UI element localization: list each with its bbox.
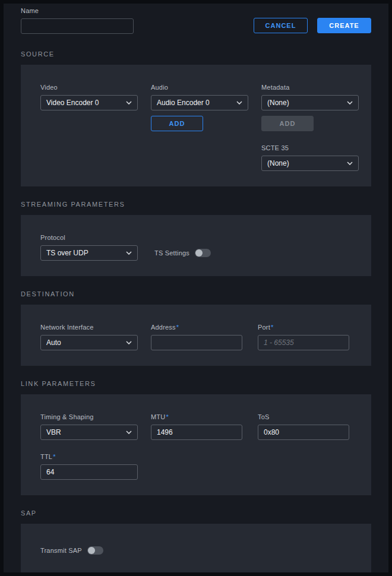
- port-input[interactable]: [258, 335, 349, 350]
- chevron-down-icon: [126, 101, 132, 105]
- chevron-down-icon: [126, 341, 132, 344]
- name-input[interactable]: [21, 18, 134, 34]
- audio-select[interactable]: Audio Encoder 0: [151, 95, 248, 110]
- protocol-label: Protocol: [40, 234, 141, 241]
- mtu-input[interactable]: [151, 425, 242, 440]
- streaming-panel: Protocol TS over UDP TS Settings: [21, 215, 371, 276]
- link-parameters-row-2: TTL*: [40, 453, 352, 480]
- timing-shaping-select[interactable]: VBR: [40, 425, 138, 440]
- tos-input[interactable]: [258, 425, 349, 440]
- ts-settings-label: TS Settings: [154, 249, 189, 257]
- toggle-knob: [88, 547, 95, 554]
- mtu-field-group: MTU*: [151, 413, 245, 440]
- source-row: Video Video Encoder 0 Audio Audio Encode…: [40, 84, 352, 171]
- link-parameters-section: LINK PARAMETERS Timing & Shaping VBR MTU…: [21, 380, 371, 495]
- metadata-field-group: Metadata (None) ADD SCTE 35 (None): [261, 84, 359, 171]
- tos-field-group: ToS: [258, 413, 352, 440]
- name-field-group: Name: [21, 7, 134, 34]
- chevron-down-icon: [126, 251, 132, 255]
- form-actions: CANCEL CREATE: [254, 18, 371, 33]
- audio-select-value: Audio Encoder 0: [157, 99, 210, 107]
- streaming-section: STREAMING PARAMETERS Protocol TS over UD…: [21, 201, 371, 276]
- metadata-label: Metadata: [261, 84, 359, 91]
- chevron-down-icon: [236, 101, 242, 105]
- link-parameters-panel: Timing & Shaping VBR MTU* ToS: [21, 394, 371, 495]
- address-input[interactable]: [151, 335, 242, 350]
- network-interface-select[interactable]: Auto: [40, 335, 138, 350]
- port-field-group: Port*: [258, 324, 352, 350]
- toggle-knob: [195, 249, 203, 257]
- ts-settings-group: TS Settings: [154, 245, 255, 261]
- video-select-value: Video Encoder 0: [46, 99, 99, 107]
- create-button[interactable]: CREATE: [317, 18, 371, 33]
- protocol-select-value: TS over UDP: [46, 249, 88, 257]
- timing-shaping-field-group: Timing & Shaping VBR: [40, 413, 138, 440]
- chevron-down-icon: [126, 431, 132, 434]
- video-field-group: Video Video Encoder 0: [40, 84, 138, 171]
- transmit-sap-label: Transmit SAP: [40, 547, 82, 554]
- required-asterisk: *: [176, 324, 179, 331]
- link-parameters-row-1: Timing & Shaping VBR MTU* ToS: [40, 413, 352, 440]
- transmit-sap-group: Transmit SAP: [40, 543, 352, 558]
- form-header: Name CANCEL CREATE: [21, 7, 371, 34]
- transmit-sap-toggle[interactable]: [87, 546, 103, 555]
- timing-shaping-select-value: VBR: [46, 428, 61, 436]
- timing-shaping-label: Timing & Shaping: [40, 413, 138, 420]
- chevron-down-icon: [347, 162, 353, 165]
- scte35-select-value: (None): [267, 159, 289, 167]
- protocol-field-group: Protocol TS over UDP: [40, 234, 141, 261]
- video-select[interactable]: Video Encoder 0: [40, 95, 138, 110]
- network-interface-label: Network Interface: [40, 324, 138, 331]
- streaming-section-title: STREAMING PARAMETERS: [21, 201, 371, 208]
- destination-section-title: DESTINATION: [21, 290, 371, 298]
- link-parameters-section-title: LINK PARAMETERS: [21, 380, 371, 387]
- required-asterisk: *: [166, 413, 168, 420]
- video-label: Video: [40, 84, 138, 91]
- sap-section: SAP Transmit SAP: [21, 509, 371, 572]
- audio-label: Audio: [151, 84, 248, 91]
- scte35-field-group: SCTE 35 (None): [261, 144, 359, 171]
- streaming-row: Protocol TS over UDP TS Settings: [40, 234, 352, 261]
- audio-field-group: Audio Audio Encoder 0 ADD: [151, 84, 248, 171]
- sap-panel: Transmit SAP: [21, 524, 371, 572]
- ttl-input[interactable]: [40, 464, 138, 480]
- source-section-title: SOURCE: [21, 50, 371, 58]
- ts-settings-toggle[interactable]: [195, 249, 211, 257]
- cancel-button[interactable]: CANCEL: [254, 18, 308, 33]
- name-label: Name: [21, 7, 134, 14]
- address-label: Address*: [151, 324, 245, 331]
- add-audio-button[interactable]: ADD: [151, 116, 203, 131]
- chevron-down-icon: [347, 101, 353, 105]
- scte35-select[interactable]: (None): [261, 156, 359, 171]
- add-metadata-button: ADD: [261, 116, 314, 131]
- destination-row: Network Interface Auto Address* Port*: [40, 324, 352, 350]
- address-field-group: Address*: [151, 324, 245, 350]
- port-label: Port*: [258, 324, 352, 331]
- required-asterisk: *: [53, 453, 55, 460]
- metadata-select-value: (None): [267, 99, 289, 107]
- destination-panel: Network Interface Auto Address* Port*: [21, 305, 371, 366]
- required-asterisk: *: [271, 324, 273, 331]
- tos-label: ToS: [258, 413, 352, 420]
- ttl-label: TTL*: [40, 453, 141, 460]
- source-panel: Video Video Encoder 0 Audio Audio Encode…: [21, 65, 371, 186]
- source-section: SOURCE Video Video Encoder 0 Audio Audio: [21, 50, 371, 186]
- destination-section: DESTINATION Network Interface Auto Addre…: [21, 290, 371, 366]
- network-interface-select-value: Auto: [46, 338, 61, 347]
- mtu-label: MTU*: [151, 413, 245, 420]
- protocol-select[interactable]: TS over UDP: [40, 245, 138, 261]
- metadata-select[interactable]: (None): [261, 95, 359, 110]
- create-stream-form: Name CANCEL CREATE SOURCE Video Video En…: [4, 4, 388, 572]
- ttl-field-group: TTL*: [40, 453, 141, 480]
- sap-section-title: SAP: [21, 509, 371, 517]
- network-interface-field-group: Network Interface Auto: [40, 324, 138, 350]
- scte35-label: SCTE 35: [261, 144, 359, 151]
